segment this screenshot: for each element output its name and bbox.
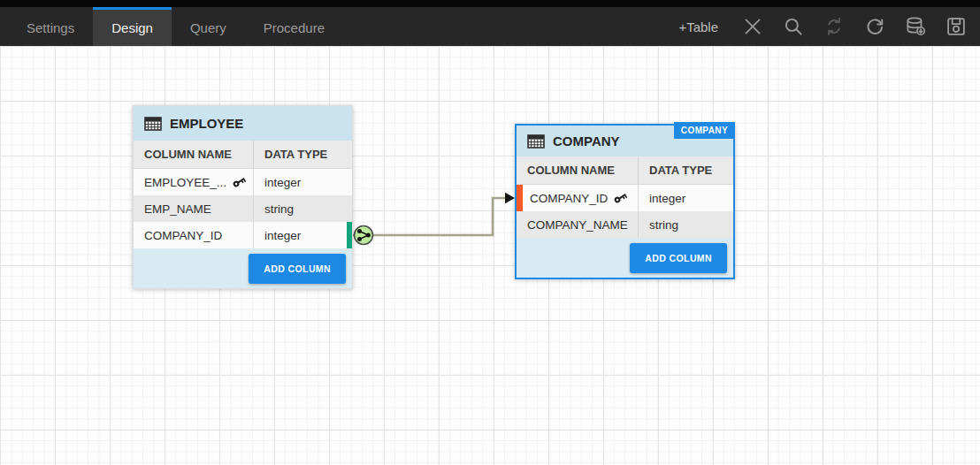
top-bar: Settings Design Query Procedure +Table xyxy=(0,0,980,46)
company-table-footer: ADD COLUMN xyxy=(517,238,733,278)
table-row-company-id[interactable]: COMPANY_ID integer xyxy=(517,185,733,211)
entity-table-company: COMPANY COMPANY COLUMN NAME DATA TYPE CO… xyxy=(515,124,735,279)
add-table-button[interactable]: +Table xyxy=(678,19,718,34)
primary-key-icon xyxy=(613,191,627,205)
add-column-button[interactable]: ADD COLUMN xyxy=(249,254,346,284)
column-name: COMPANY_ID xyxy=(530,192,608,205)
entity-table-employee: EMPLOYEE COLUMN NAME DATA TYPE EMPLOYEE_… xyxy=(133,105,353,289)
tab-design[interactable]: Design xyxy=(93,7,172,46)
column-name: COMPANY_NAME xyxy=(527,218,628,232)
employee-table-footer: ADD COLUMN xyxy=(134,248,352,288)
table-row-company-id[interactable]: COMPANY_ID integer xyxy=(134,222,352,248)
relationship-arrow-icon xyxy=(505,193,515,203)
refresh-icon[interactable] xyxy=(862,15,886,39)
search-icon[interactable] xyxy=(781,15,805,39)
toolbar: +Table xyxy=(678,7,968,46)
tab-settings[interactable]: Settings xyxy=(8,7,93,46)
foreign-key-target-marker xyxy=(517,185,523,211)
close-icon[interactable] xyxy=(740,15,764,39)
column-type: integer xyxy=(253,222,352,248)
employee-table-header[interactable]: EMPLOYEE xyxy=(134,106,352,141)
tab-procedure[interactable]: Procedure xyxy=(245,7,343,46)
table-icon xyxy=(144,117,162,131)
primary-key-icon xyxy=(232,175,246,189)
table-row-employee-id[interactable]: EMPLOYEE_... integer xyxy=(134,169,352,195)
column-name: EMP_NAME xyxy=(144,202,211,216)
column-type: string xyxy=(638,211,733,238)
column-header-row: COLUMN NAME DATA TYPE xyxy=(134,141,352,169)
foreign-key-source-marker xyxy=(347,222,352,248)
column-name: EMPLOYEE_... xyxy=(144,176,226,189)
relationship-line xyxy=(353,198,505,235)
data-type-header: DATA TYPE xyxy=(638,156,733,184)
relationship-connector-handle[interactable] xyxy=(355,226,373,245)
column-name-header: COLUMN NAME xyxy=(517,156,638,184)
table-title: EMPLOYEE xyxy=(170,116,243,131)
column-type: string xyxy=(253,195,352,222)
tab-query[interactable]: Query xyxy=(172,7,245,46)
database-export-icon[interactable] xyxy=(903,15,927,39)
sync-icon[interactable] xyxy=(822,15,846,39)
table-name-badge: COMPANY xyxy=(674,122,735,139)
column-type: integer xyxy=(638,185,733,211)
window-top-strip xyxy=(0,0,980,7)
column-type: integer xyxy=(253,169,352,195)
column-name-header: COLUMN NAME xyxy=(134,141,253,168)
design-canvas[interactable]: EMPLOYEE COLUMN NAME DATA TYPE EMPLOYEE_… xyxy=(0,46,980,465)
table-row-emp-name[interactable]: EMP_NAME string xyxy=(134,195,352,222)
save-icon[interactable] xyxy=(944,15,968,39)
table-icon xyxy=(527,134,545,149)
table-title: COMPANY xyxy=(553,133,620,149)
add-column-button[interactable]: ADD COLUMN xyxy=(630,243,727,273)
column-header-row: COLUMN NAME DATA TYPE xyxy=(517,156,733,185)
column-name: COMPANY_ID xyxy=(144,229,222,242)
table-row-company-name[interactable]: COMPANY_NAME string xyxy=(517,211,733,238)
data-type-header: DATA TYPE xyxy=(253,141,352,168)
